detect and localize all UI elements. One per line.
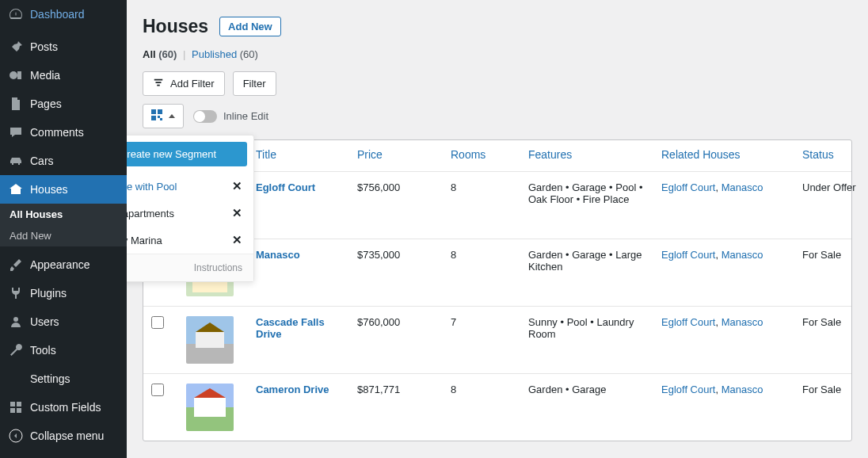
related-house-link[interactable]: Manasco xyxy=(721,181,763,193)
house-title-link[interactable]: Manasco xyxy=(256,249,300,261)
related-house-link[interactable]: Manasco xyxy=(721,384,763,395)
sidebar-item-label: Dashboard xyxy=(30,8,85,21)
sidebar-item-pages[interactable]: Pages xyxy=(0,90,127,118)
sidebar-item-label: Settings xyxy=(30,372,70,385)
pin-icon xyxy=(8,39,24,55)
table-row: Cascade Falls Drive$760,0007Sunny • Pool… xyxy=(143,307,851,374)
sidebar-item-label: Media xyxy=(30,69,60,82)
cell-features: Sunny • Pool • Laundry Room xyxy=(528,316,655,340)
table-row: Cameron Drive$871,7718Garden • GarageEgl… xyxy=(143,374,851,441)
cell-title: Manasco xyxy=(256,249,351,261)
svg-point-1 xyxy=(13,317,18,322)
cell-rooms: 8 xyxy=(451,249,522,261)
col-title[interactable]: Title xyxy=(256,148,351,161)
house-title-link[interactable]: Cameron Drive xyxy=(256,384,329,395)
cell-related: Egloff Court, Manasco xyxy=(661,181,796,193)
sidebar-item-comments[interactable]: Comments xyxy=(0,118,127,147)
close-icon[interactable]: ✕ xyxy=(232,233,242,247)
sidebar-item-label: Collapse menu xyxy=(30,429,104,442)
sidebar-item-label: Custom Fields xyxy=(30,401,101,414)
filter-all[interactable]: All (60) xyxy=(143,48,177,60)
col-price[interactable]: Price xyxy=(357,148,444,161)
add-new-button[interactable]: Add New xyxy=(219,17,281,36)
sidebar-item-users[interactable]: Users xyxy=(0,307,127,336)
segment-item[interactable]: Large apartments✕ xyxy=(127,200,253,227)
segment-popup: Create new Segment For Sale with Pool✕La… xyxy=(127,135,254,282)
sidebar-item-label: Pages xyxy=(30,97,62,110)
add-filter-button[interactable]: Add Filter xyxy=(143,71,225,96)
related-house-link[interactable]: Manasco xyxy=(721,316,763,328)
cell-features: Garden • Garage • Large Kitchen xyxy=(528,249,655,273)
house-title-link[interactable]: Egloff Court xyxy=(256,181,315,193)
related-house-link[interactable]: Egloff Court xyxy=(661,316,715,328)
filter-published[interactable]: Published (60) xyxy=(192,48,258,60)
main-content: Houses Add New All (60) | Published (60)… xyxy=(127,0,868,458)
related-house-link[interactable]: Egloff Court xyxy=(661,181,715,193)
sidebar-item-label: Comments xyxy=(30,126,84,139)
segment-instructions-link[interactable]: Instructions xyxy=(127,254,253,281)
sidebar-item-cars[interactable]: Cars xyxy=(0,147,127,175)
house-thumbnail[interactable] xyxy=(186,384,234,431)
sidebar-item-label: Users xyxy=(30,315,59,328)
svg-rect-8 xyxy=(158,109,162,114)
related-house-link[interactable]: Egloff Court xyxy=(661,384,715,395)
house-thumbnail[interactable] xyxy=(186,316,234,364)
car-icon xyxy=(8,153,24,169)
sidebar-item-media[interactable]: Media xyxy=(0,61,127,90)
col-features[interactable]: Features xyxy=(528,148,655,161)
sidebar-item-houses[interactable]: Houses xyxy=(0,175,127,204)
grid-icon xyxy=(8,399,24,415)
svg-rect-9 xyxy=(151,116,156,120)
house-title-link[interactable]: Cascade Falls Drive xyxy=(256,316,325,340)
house-icon xyxy=(8,181,24,197)
sidebar-item-label: Tools xyxy=(30,344,56,357)
related-house-link[interactable]: Manasco xyxy=(721,249,763,261)
sidebar-item-settings[interactable]: Settings xyxy=(0,364,127,393)
related-house-link[interactable]: Egloff Court xyxy=(661,249,715,261)
row-checkbox[interactable] xyxy=(151,384,180,399)
collapse-icon xyxy=(8,428,24,444)
sidebar-item-plugins[interactable]: Plugins xyxy=(0,279,127,307)
page-title: Houses xyxy=(143,16,208,37)
segment-label: Sold by Marina xyxy=(127,235,162,246)
cell-features: Garden • Garage xyxy=(528,384,655,395)
wrench-icon xyxy=(8,342,24,358)
close-icon[interactable]: ✕ xyxy=(232,206,242,220)
sidebar-item-label: Houses xyxy=(30,183,67,196)
submenu-all-houses[interactable]: All Houses xyxy=(0,204,127,225)
col-rooms[interactable]: Rooms xyxy=(451,148,522,161)
col-related[interactable]: Related Houses xyxy=(661,148,796,161)
svg-rect-3 xyxy=(17,402,21,406)
cell-price: $760,000 xyxy=(357,316,444,328)
submenu-houses: All Houses Add New xyxy=(0,204,127,246)
sidebar-item-custom-fields[interactable]: Custom Fields xyxy=(0,393,127,422)
svg-rect-4 xyxy=(10,408,15,413)
submenu-add-new[interactable]: Add New xyxy=(0,225,127,246)
cell-price: $735,000 xyxy=(357,249,444,261)
create-segment-button[interactable]: Create new Segment xyxy=(127,142,247,166)
sidebar-item-dashboard[interactable]: Dashboard xyxy=(0,0,127,29)
segment-item[interactable]: Sold by Marina✕ xyxy=(127,227,253,254)
cell-status: For Sale xyxy=(802,384,868,395)
row-checkbox[interactable] xyxy=(151,316,180,331)
filter-button[interactable]: Filter xyxy=(233,71,276,96)
admin-sidebar: Dashboard Posts Media Pages Comments Car… xyxy=(0,0,127,458)
segment-label: For Sale with Pool xyxy=(127,181,177,193)
col-status[interactable]: Status xyxy=(802,148,868,161)
svg-rect-24 xyxy=(194,398,226,417)
sidebar-item-appearance[interactable]: Appearance xyxy=(0,250,127,279)
sidebar-item-posts[interactable]: Posts xyxy=(0,32,127,61)
dashboard-icon xyxy=(8,6,24,22)
sidebar-item-collapse[interactable]: Collapse menu xyxy=(0,422,127,450)
svg-rect-20 xyxy=(196,332,224,348)
sliders-icon xyxy=(8,371,24,387)
close-icon[interactable]: ✕ xyxy=(232,179,242,193)
cell-related: Egloff Court, Manasco xyxy=(661,316,796,328)
segment-item[interactable]: For Sale with Pool✕ xyxy=(127,173,253,200)
sidebar-item-tools[interactable]: Tools xyxy=(0,336,127,364)
chevron-up-icon xyxy=(169,114,175,118)
toggle-switch[interactable] xyxy=(193,110,217,123)
comment-icon xyxy=(8,124,24,140)
inline-edit-toggle[interactable]: Inline Edit xyxy=(193,110,268,123)
view-options-button[interactable] xyxy=(143,104,184,128)
